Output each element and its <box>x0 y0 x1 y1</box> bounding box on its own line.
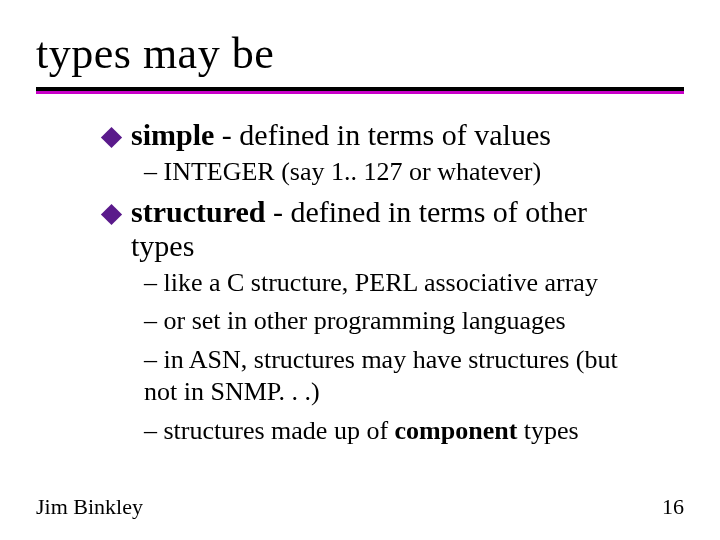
tail-suffix: types <box>517 416 578 445</box>
sub-item: – in ASN, structures may have structures… <box>144 344 654 409</box>
diamond-icon <box>101 203 122 224</box>
rest: - defined in terms of values <box>214 118 551 151</box>
sub-item: – or set in other programming languages <box>144 305 654 338</box>
author: Jim Binkley <box>36 494 143 520</box>
slide: types may be simple - defined in terms o… <box>0 0 720 540</box>
term: simple <box>131 118 214 151</box>
tail-bold: component <box>395 416 518 445</box>
bullet-text: structured - defined in terms of other t… <box>131 195 654 263</box>
bullet-simple: simple - defined in terms of values <box>104 118 654 152</box>
tail-prefix: – structures made up of <box>144 416 395 445</box>
sub-item: – like a C structure, PERL associative a… <box>144 267 654 300</box>
page-number: 16 <box>662 494 684 520</box>
term: structured <box>131 195 265 228</box>
title-accent <box>36 91 684 94</box>
sub-item: – INTEGER (say 1.. 127 or whatever) <box>144 156 654 189</box>
sub-item: – structures made up of component types <box>144 415 654 448</box>
footer: Jim Binkley 16 <box>36 494 684 520</box>
bullet-structured: structured - defined in terms of other t… <box>104 195 654 263</box>
bullet-text: simple - defined in terms of values <box>131 118 551 152</box>
slide-body: simple - defined in terms of values – IN… <box>36 118 684 447</box>
slide-title: types may be <box>36 28 684 85</box>
diamond-icon <box>101 127 122 148</box>
